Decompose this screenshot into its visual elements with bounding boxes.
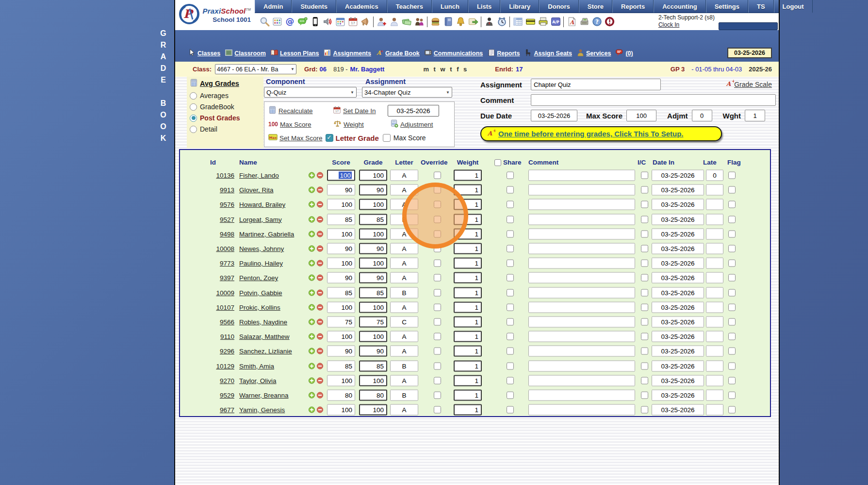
ic-checkbox[interactable] xyxy=(641,289,648,296)
subnav-communications[interactable]: Communications xyxy=(424,49,483,59)
student-name-link[interactable]: Yamin, Genesis xyxy=(239,406,285,414)
student-name-link[interactable]: Glover, Rita xyxy=(239,186,274,194)
letter-input[interactable]: A xyxy=(390,375,418,386)
late-input[interactable] xyxy=(706,316,723,327)
grade-input[interactable]: 90 xyxy=(359,243,387,254)
student-id-link[interactable]: 10136 xyxy=(216,172,234,179)
ic-checkbox[interactable] xyxy=(641,245,648,252)
subnav-assignments[interactable]: Assignments xyxy=(323,49,371,59)
ic-checkbox[interactable] xyxy=(641,377,648,384)
ic-checkbox[interactable] xyxy=(641,391,648,399)
student-id-link[interactable]: 9110 xyxy=(220,333,234,340)
weight-input[interactable]: 1 xyxy=(454,301,482,313)
share-checkbox[interactable] xyxy=(507,245,514,252)
late-input[interactable] xyxy=(706,199,723,210)
add-points-icon[interactable] xyxy=(308,303,315,311)
share-checkbox[interactable] xyxy=(507,377,514,384)
subnav-classes[interactable]: Classes xyxy=(188,49,220,59)
score-input[interactable]: 100 xyxy=(327,170,355,181)
date-in-input[interactable]: 03-25-2026 xyxy=(652,272,704,284)
score-input[interactable]: 100 xyxy=(327,301,355,313)
override-checkbox[interactable] xyxy=(434,289,441,296)
student-id-link[interactable]: 9773 xyxy=(220,260,234,267)
grade-input[interactable]: 100 xyxy=(359,301,387,313)
student-id-link[interactable]: 10107 xyxy=(216,304,234,311)
comment-input[interactable] xyxy=(528,258,635,269)
weight-input[interactable]: 1 xyxy=(454,389,482,401)
weight-input[interactable]: 1 xyxy=(454,258,482,269)
chat-green-icon[interactable] xyxy=(297,17,308,27)
topnav-logout[interactable]: Logout xyxy=(774,0,813,13)
letter-input[interactable]: A xyxy=(390,272,418,284)
share-checkbox[interactable] xyxy=(507,260,514,267)
add-points-icon[interactable] xyxy=(308,289,315,296)
add-points-icon[interactable] xyxy=(308,186,315,194)
comment-input[interactable] xyxy=(528,346,635,357)
flag-checkbox[interactable] xyxy=(728,348,736,355)
add-points-icon[interactable] xyxy=(308,216,315,223)
ic-checkbox[interactable] xyxy=(641,172,648,179)
score-input[interactable]: 90 xyxy=(327,184,355,196)
override-checkbox[interactable] xyxy=(434,348,441,355)
wght-input[interactable]: 1 xyxy=(745,110,765,121)
date-in-input[interactable]: 03-25-2026 xyxy=(652,389,704,401)
student-id-link[interactable]: 9296 xyxy=(220,348,234,355)
score-input[interactable]: 90 xyxy=(327,243,355,254)
student-name-link[interactable]: Fisher, Lando xyxy=(239,172,279,179)
add-points-icon[interactable] xyxy=(308,377,315,384)
late-input[interactable] xyxy=(706,331,723,342)
score-input[interactable]: 75 xyxy=(327,316,355,327)
letter-input[interactable]: A xyxy=(390,404,418,416)
subtract-points-icon[interactable] xyxy=(316,260,324,267)
share-all-checkbox[interactable] xyxy=(494,159,501,166)
comment-input[interactable] xyxy=(528,360,635,371)
grade-input[interactable]: 85 xyxy=(359,214,387,225)
weight-input[interactable]: 1 xyxy=(454,346,482,357)
score-input[interactable]: 90 xyxy=(327,346,355,357)
flag-checkbox[interactable] xyxy=(728,216,736,223)
override-checkbox[interactable] xyxy=(434,172,441,179)
letter-input[interactable]: A xyxy=(390,170,418,181)
email-at-icon[interactable]: @ xyxy=(284,17,295,27)
grade-input[interactable]: 85 xyxy=(359,287,387,298)
date-in-input[interactable]: 03-25-2026 xyxy=(652,375,704,386)
flag-checkbox[interactable] xyxy=(728,274,736,282)
score-input[interactable]: 100 xyxy=(327,375,355,386)
comment-input[interactable] xyxy=(528,272,635,284)
set-date-in-link[interactable]: Set Date In xyxy=(343,107,388,115)
binder-icon[interactable] xyxy=(442,17,453,27)
topnav-lists[interactable]: Lists xyxy=(468,0,500,13)
spreadsheet-icon[interactable] xyxy=(512,17,523,27)
letter-input[interactable]: C xyxy=(390,316,418,327)
override-checkbox[interactable] xyxy=(434,260,441,267)
override-checkbox[interactable] xyxy=(434,333,441,340)
student-name-link[interactable]: Paulino, Hailey xyxy=(239,260,283,267)
search-icon[interactable] xyxy=(259,17,270,27)
late-input[interactable] xyxy=(706,228,723,239)
current-date-box[interactable]: 03-25-2026 xyxy=(727,48,772,58)
override-checkbox[interactable] xyxy=(434,303,441,311)
clock-in-link[interactable]: Clock In xyxy=(658,21,715,29)
send-note-icon[interactable] xyxy=(468,17,478,27)
date-in-input[interactable]: 03-25-2026 xyxy=(652,199,704,210)
late-input[interactable]: 0 xyxy=(706,170,723,181)
topnav-reports[interactable]: Reports xyxy=(612,0,654,13)
comment-input[interactable] xyxy=(528,170,635,181)
add-points-icon[interactable] xyxy=(308,274,315,282)
date-in-field[interactable]: 03-25-2026 xyxy=(388,105,439,117)
setup-button[interactable]: A+ One time before entering grades, Clic… xyxy=(480,126,722,141)
add-points-icon[interactable] xyxy=(308,333,315,340)
student-id-link[interactable]: 9576 xyxy=(220,201,234,208)
subtract-points-icon[interactable] xyxy=(316,333,324,340)
family-icon[interactable] xyxy=(414,17,425,27)
phone-icon[interactable] xyxy=(310,17,320,27)
flag-checkbox[interactable] xyxy=(728,303,736,311)
subnav-classroom[interactable]: Classroom xyxy=(225,49,266,59)
comment-input[interactable] xyxy=(528,243,635,254)
student-id-link[interactable]: 9566 xyxy=(220,318,234,326)
staff-person-icon[interactable] xyxy=(389,17,399,27)
score-input[interactable]: 100 xyxy=(327,258,355,269)
add-points-icon[interactable] xyxy=(308,391,315,399)
flag-checkbox[interactable] xyxy=(728,289,736,296)
subtract-points-icon[interactable] xyxy=(316,377,324,384)
